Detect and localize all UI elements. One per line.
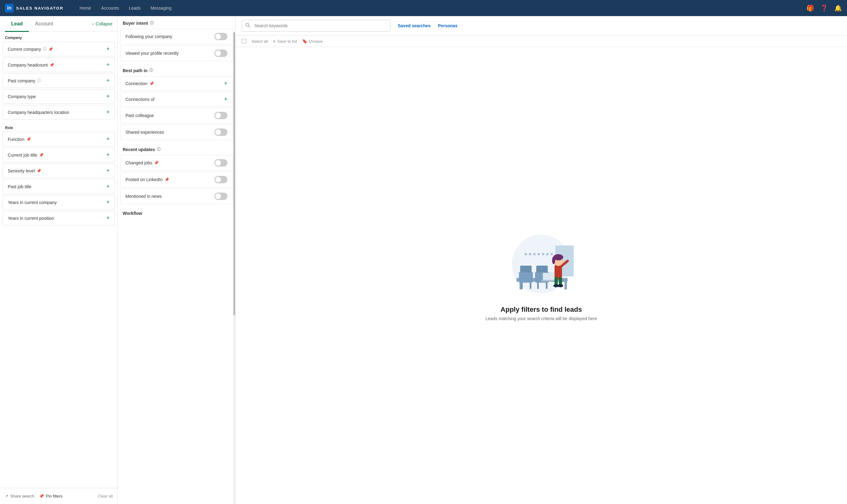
changed-jobs-pin-icon: 📌 [154, 161, 159, 165]
select-all-button[interactable]: Select all [251, 39, 268, 44]
past-job-title-add-icon[interactable]: + [106, 183, 110, 190]
filter-company-hq[interactable]: Company headquarters location + [2, 105, 115, 120]
filter-years-current-company[interactable]: Years in current company + [2, 195, 115, 210]
save-to-list-button[interactable]: ≡ Save to list [273, 39, 297, 44]
middle-filter-panel: Buyer intent ⓘ Following your company Vi… [118, 16, 235, 504]
viewed-profile-toggle[interactable] [214, 50, 227, 57]
filter-seniority-level[interactable]: Seniority level 📌 + [2, 163, 115, 178]
tab-lead[interactable]: Lead [5, 16, 29, 32]
filter-current-job-title[interactable]: Current job title 📌 + [2, 148, 115, 162]
connection-add-icon[interactable]: + [224, 80, 227, 87]
recent-updates-section: Recent updates ⓘ [118, 142, 235, 155]
svg-rect-13 [564, 282, 567, 289]
filter-changed-jobs[interactable]: Changed jobs 📌 [120, 155, 233, 170]
filter-function[interactable]: Function 📌 + [2, 132, 115, 146]
best-path-section: Best path in ⓘ [118, 64, 235, 76]
filter-following-your-company[interactable]: Following your company [120, 29, 233, 44]
nav-icon-area: 🎁 ❓ 🔔 [807, 4, 842, 12]
posted-linkedin-toggle[interactable] [214, 176, 227, 183]
empty-state-title: Apply filters to find leads [501, 306, 582, 313]
bookmark-icon: 🔖 [302, 39, 307, 44]
search-bar-row: Saved searches Personas [235, 16, 847, 36]
seniority-add-icon[interactable]: + [106, 167, 110, 174]
svg-point-9 [550, 253, 553, 255]
posted-linkedin-pin-icon: 📌 [164, 177, 169, 182]
following-company-toggle[interactable] [214, 33, 227, 40]
filter-past-company[interactable]: Past company ⓘ + [2, 73, 115, 88]
nav-leads[interactable]: Leads [125, 3, 144, 13]
filter-company-headcount[interactable]: Company headcount 📌 + [2, 58, 115, 72]
tabs-row: Lead Account ‹ Collapse [0, 16, 118, 32]
filter-past-job-title[interactable]: Past job title + [2, 179, 115, 194]
chevron-left-icon: ‹ [92, 21, 94, 26]
svg-rect-21 [546, 283, 547, 289]
years-position-add-icon[interactable]: + [106, 215, 110, 221]
mentioned-news-toggle[interactable] [214, 193, 227, 200]
current-company-help-icon: ⓘ [43, 47, 47, 52]
brand-name: SALES NAVIGATOR [16, 6, 64, 11]
nav-home[interactable]: Home [76, 3, 95, 13]
filter-posted-linkedin[interactable]: Posted on LinkedIn 📌 [120, 172, 233, 187]
help-icon[interactable]: ❓ [820, 4, 828, 12]
svg-point-29 [558, 284, 563, 287]
svg-rect-14 [519, 272, 533, 283]
shared-experiences-toggle[interactable] [214, 128, 227, 136]
svg-rect-20 [537, 283, 539, 289]
svg-point-4 [529, 253, 531, 255]
filter-connection[interactable]: Connection 📌 + [120, 76, 233, 91]
svg-rect-16 [520, 266, 532, 272]
personas-link[interactable]: Personas [438, 23, 458, 28]
pin-filters-button[interactable]: 📌 Pin filters [39, 494, 62, 499]
select-all-checkbox[interactable] [242, 39, 247, 44]
filter-company-type[interactable]: Company type + [2, 89, 115, 104]
actions-row: Select all ≡ Save to list 🔖 Unsave [235, 36, 847, 47]
empty-state: Apply filters to find leads Leads matchi… [235, 47, 847, 504]
filter-viewed-profile[interactable]: Viewed your profile recently [120, 46, 233, 61]
search-keywords-input[interactable] [242, 20, 390, 32]
filter-current-company[interactable]: Current company ⓘ 📌 + [2, 42, 115, 56]
left-filter-panel: Lead Account ‹ Collapse Company Current … [0, 16, 118, 504]
gift-icon[interactable]: 🎁 [807, 4, 814, 12]
past-company-add-icon[interactable]: + [106, 77, 110, 84]
unsave-button[interactable]: 🔖 Unsave [302, 39, 323, 44]
filter-connections-of[interactable]: Connections of + [120, 92, 233, 107]
filter-mentioned-in-news[interactable]: Mentioned in news [120, 188, 233, 204]
top-navigation: in SALES NAVIGATOR Home Accounts Leads M… [0, 0, 847, 16]
buyer-intent-help-icon: ⓘ [150, 20, 154, 26]
job-title-add-icon[interactable]: + [106, 152, 110, 158]
headcount-pin-icon: 📌 [50, 63, 54, 67]
current-company-add-icon[interactable]: + [106, 46, 110, 52]
function-add-icon[interactable]: + [106, 136, 110, 142]
function-pin-icon: 📌 [27, 137, 31, 142]
company-hq-add-icon[interactable]: + [106, 109, 110, 115]
filter-years-current-position[interactable]: Years in current position + [2, 211, 115, 226]
best-path-help-icon: ⓘ [149, 68, 153, 73]
pin-icon: 📌 [39, 494, 44, 499]
search-input-wrap [242, 20, 390, 32]
years-company-add-icon[interactable]: + [106, 199, 110, 205]
filter-shared-experiences[interactable]: Shared experiences [120, 124, 233, 140]
tab-account[interactable]: Account [29, 16, 59, 32]
past-colleague-toggle[interactable] [214, 112, 227, 119]
bottom-bar: ↗ Share search 📌 Pin filters Clear all [0, 488, 118, 504]
filter-scroll-area: Company Current company ⓘ 📌 + Company he… [0, 32, 118, 504]
clear-all-button[interactable]: Clear all [98, 494, 113, 499]
changed-jobs-toggle[interactable] [214, 159, 227, 166]
saved-searches-link[interactable]: Saved searches [398, 23, 430, 28]
svg-rect-17 [536, 266, 548, 272]
middle-scroll-thumb [233, 32, 235, 315]
connections-of-add-icon[interactable]: + [224, 96, 227, 103]
middle-scroll-track [233, 32, 235, 504]
headcount-add-icon[interactable]: + [106, 61, 110, 68]
bell-icon[interactable]: 🔔 [834, 4, 842, 12]
filter-past-colleague[interactable]: Past colleague [120, 108, 233, 123]
empty-illustration [498, 230, 585, 298]
share-icon: ↗ [5, 494, 8, 499]
share-search-button[interactable]: ↗ Share search [5, 494, 34, 499]
nav-links: Home Accounts Leads Messaging [76, 3, 175, 13]
nav-accounts[interactable]: Accounts [97, 3, 123, 13]
nav-messaging[interactable]: Messaging [147, 3, 175, 13]
svg-rect-19 [530, 283, 531, 289]
collapse-button[interactable]: ‹ Collapse [92, 21, 112, 26]
company-type-add-icon[interactable]: + [106, 93, 110, 100]
